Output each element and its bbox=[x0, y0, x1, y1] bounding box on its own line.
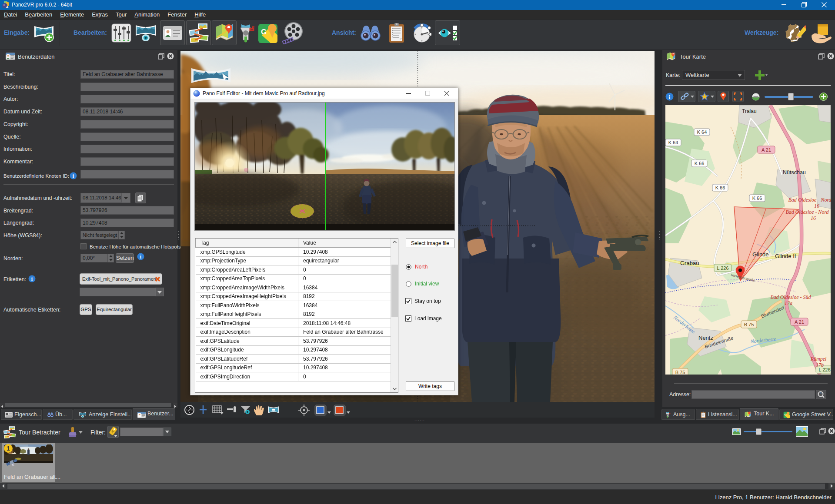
svg-text:Rümpel: Rümpel bbox=[810, 356, 827, 362]
svg-text:A 21: A 21 bbox=[795, 319, 804, 325]
svg-text:Bad Oldesloe - Nord: Bad Oldesloe - Nord bbox=[785, 209, 829, 215]
svg-text:Glinde II: Glinde II bbox=[775, 253, 796, 259]
svg-text:16: 16 bbox=[814, 203, 819, 209]
svg-text:G: G bbox=[784, 413, 786, 416]
svg-text:K 64: K 64 bbox=[668, 140, 678, 145]
svg-text:K 66: K 66 bbox=[752, 196, 762, 201]
svg-text:Bad Oldesloe - Süd: Bad Oldesloe - Süd bbox=[771, 294, 812, 300]
svg-text:i: i bbox=[669, 94, 671, 100]
svg-text:16: 16 bbox=[811, 215, 816, 221]
svg-text:1: 1 bbox=[7, 445, 10, 452]
svg-text:Nütschau: Nütschau bbox=[783, 169, 806, 176]
svg-text:G: G bbox=[261, 28, 267, 36]
svg-text:K 66: K 66 bbox=[695, 161, 705, 166]
svg-text:B 75: B 75 bbox=[744, 322, 754, 327]
svg-text:Neritz: Neritz bbox=[698, 335, 713, 341]
svg-text:K 66: K 66 bbox=[715, 185, 725, 190]
svg-text:B 75: B 75 bbox=[675, 370, 685, 375]
svg-text:K 64: K 64 bbox=[697, 129, 707, 135]
svg-text:Grabau: Grabau bbox=[680, 260, 699, 266]
svg-text:Tralau: Tralau bbox=[742, 108, 757, 114]
svg-text:A 21: A 21 bbox=[762, 147, 771, 153]
svg-text:17b: 17b bbox=[816, 362, 824, 368]
svg-text:Glinde: Glinde bbox=[752, 251, 769, 258]
svg-text:17a: 17a bbox=[785, 300, 792, 306]
svg-text:L 226: L 226 bbox=[717, 265, 728, 271]
svg-text:Bad Oldesloe - Nord: Bad Oldesloe - Nord bbox=[788, 197, 831, 203]
